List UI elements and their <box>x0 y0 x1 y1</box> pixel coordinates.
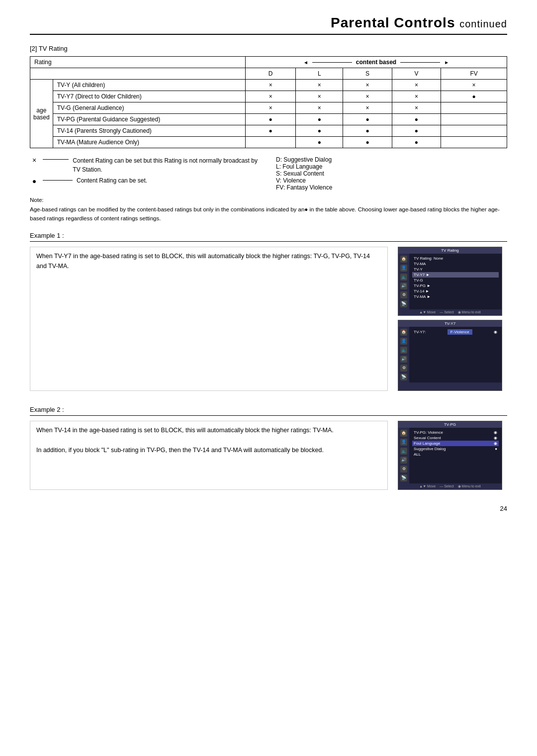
tv-pg-icon-6: 📡 <box>400 474 407 481</box>
legend-x-item: × Content Rating can be set but this Rat… <box>30 156 261 174</box>
tv-sidebar-1: 🏠 👤 📺 🔊 ⚙ 📡 <box>398 254 409 309</box>
table-row: TV-14 (Parents Strongly Cautioned) ●●●● <box>30 125 507 137</box>
tv-rating-screen-title: TV Rating <box>398 247 502 254</box>
d-label: D: Suggestive Dialog <box>276 156 507 163</box>
pg-violence-label: TV-PG: Violence <box>414 430 443 435</box>
tv-rating-none: TV Rating: None <box>412 256 499 261</box>
tv-pg-move-label: ▲▼ Move <box>419 484 436 488</box>
tv-footer-pg: ▲▼ Move — Select ◉ Menu to exit <box>398 483 502 489</box>
s-label: S: Sexual Content <box>276 170 507 177</box>
tv-icon-5: ⚙ <box>400 291 407 298</box>
tv-pg-violence: TV-PG: Violence ◉ <box>412 430 499 435</box>
page-title: Parental Controls continued <box>30 15 507 31</box>
x-symbol: × <box>30 156 39 164</box>
note-section: Note: Age-based ratings can be modified … <box>30 196 507 223</box>
tv-y7-label: TV-Y7: <box>414 330 426 334</box>
section-title: [2] TV Rating <box>30 45 507 52</box>
note-text: Age-based ratings can be modified by the… <box>30 206 500 221</box>
example2-content: When TV-14 in the age-based rating is se… <box>30 421 507 490</box>
tv-y7-icon-4: 🔊 <box>400 356 407 363</box>
pg-foul-radio: ◉ <box>494 441 497 446</box>
table-row: TV-G (General Audience) ×××× <box>30 102 507 114</box>
pg-sexual-radio: ◉ <box>494 436 497 440</box>
tv-pg-icon-4: 🔊 <box>400 457 407 464</box>
tv-pg-menu-label: ◉ Menu to exit <box>458 484 481 488</box>
tv-pg-icon-2: 👤 <box>400 439 407 446</box>
example2-text1: When TV-14 in the age-based rating is se… <box>36 427 334 434</box>
pg-sexual-label: Sexual Content <box>414 436 441 440</box>
pg-foul-label: Foul Language <box>414 441 440 446</box>
tv-pg-content: TV-PG: Violence ◉ Sexual Content ◉ Foul … <box>409 428 502 483</box>
table-row: TV-MA (Mature Audience Only) ●●● <box>30 137 507 148</box>
tv-icon-1: 🏠 <box>400 256 407 263</box>
tv-rating-g: TV-G <box>412 278 499 283</box>
tv-icon-2: 👤 <box>400 265 407 272</box>
tv-pg-icon-1: 🏠 <box>400 430 407 437</box>
tv-pg-select-label: — Select <box>440 484 453 488</box>
rating-table: Rating content based D L S V <box>30 56 507 148</box>
pg-suggestive-label: Suggestive Dialog <box>414 447 446 451</box>
tv-y7-screen-title: TV-Y7 <box>398 320 502 327</box>
tv-rating-y7: TV-Y7 ► <box>412 272 499 278</box>
tv-pg-screen-body: 🏠 👤 📺 🔊 ⚙ 📡 TV-PG: Violence ◉ Se <box>398 428 502 483</box>
content-based-label: content based <box>356 59 396 66</box>
tv-select-label: — Select <box>440 310 453 314</box>
tv-pg-screen-title: TV-PG <box>398 421 502 428</box>
tv-y7-screen-body: 🏠 👤 📺 🔊 ⚙ 📡 TV-Y7: F-Violence ◉ <box>398 327 502 382</box>
content-based-header: content based <box>248 59 505 66</box>
tv-icon-6: 📡 <box>400 300 407 307</box>
tv-pg-icon-5: ⚙ <box>400 466 407 472</box>
tv-icon-4: 🔊 <box>400 283 407 289</box>
page-header: Parental Controls continued <box>30 15 507 35</box>
tv-pg-foul: Foul Language ◉ <box>412 441 499 446</box>
table-row: TV-PG (Parental Guidance Suggested) ●●●● <box>30 114 507 125</box>
tv-menu-label: ◉ Menu to exit <box>458 310 481 314</box>
tv-pg-all: ALL <box>412 452 499 457</box>
tv-footer-1: ▲▼ Move — Select ◉ Menu to exit <box>398 309 502 315</box>
tv-rating-y: TV-Y <box>412 267 499 272</box>
fv-label: FV: Fantasy Violence <box>276 184 507 191</box>
l-label: L: Foul Language <box>276 163 507 170</box>
tv-pg-suggestive: Suggestive Dialog ● <box>412 446 499 452</box>
rating-table-wrapper: Rating content based D L S V <box>30 56 507 148</box>
tv-y7-content: TV-Y7: F-Violence ◉ <box>409 327 502 382</box>
v-label: V: Violence <box>276 177 507 184</box>
tv-y7-icon-6: 📡 <box>400 374 407 380</box>
tv-pg-sexual: Sexual Content ◉ <box>412 435 499 441</box>
page-number: 24 <box>30 505 507 512</box>
example1-text: When TV-Y7 in the age-based rating is se… <box>30 247 388 391</box>
tv-sidebar-2: 🏠 👤 📺 🔊 ⚙ 📡 <box>398 327 409 382</box>
pg-violence-radio: ◉ <box>494 430 497 435</box>
legend-section: × Content Rating can be set but this Rat… <box>30 156 507 191</box>
tv-screen-pg: TV-PG 🏠 👤 📺 🔊 ⚙ 📡 TV-PG: Violence ◉ <box>398 421 502 490</box>
example2-screens: TV-PG 🏠 👤 📺 🔊 ⚙ 📡 TV-PG: Violence ◉ <box>398 421 507 490</box>
tv-screen-2: TV-Y7 🏠 👤 📺 🔊 ⚙ 📡 TV-Y7: F-Violence <box>398 320 502 391</box>
tv-pg-icon-3: 📺 <box>400 448 407 455</box>
tv-y7-value: F-Violence <box>448 329 472 335</box>
rating-label: Rating <box>34 59 52 66</box>
tv-y7-item: TV-Y7: F-Violence ◉ <box>412 329 499 335</box>
legend-dot-item: ● Content Rating can be set. <box>30 177 261 185</box>
legend-left: × Content Rating can be set but this Rat… <box>30 156 261 191</box>
tv-rating-ma2: TV-MA ► <box>412 294 499 299</box>
tv-y7-icon-2: 👤 <box>400 338 407 345</box>
tv-move-label: ▲▼ Move <box>419 310 436 314</box>
note-label: Note: <box>30 196 507 204</box>
tv-rating-content: TV Rating: None TV-MA TV-Y TV-Y7 ► TV-G … <box>409 254 502 309</box>
table-row: agebased TV-Y (All children) ××××× <box>30 80 507 91</box>
tv-footer-2 <box>398 382 502 390</box>
pg-all-label: ALL <box>414 452 421 457</box>
arrow-left-icon <box>303 59 308 66</box>
tv-y7-icon-1: 🏠 <box>400 329 407 336</box>
tv-rating-screen-body: 🏠 👤 📺 🔊 ⚙ 📡 TV Rating: None TV-MA TV-Y T… <box>398 254 502 309</box>
dot-symbol: ● <box>30 177 39 185</box>
tv-screen-1: TV Rating 🏠 👤 📺 🔊 ⚙ 📡 TV Rating: None TV… <box>398 247 502 316</box>
example2-title: Example 2 : <box>30 406 507 416</box>
h-line-right <box>400 62 440 63</box>
example1-content: When TV-Y7 in the age-based rating is se… <box>30 247 507 391</box>
example2-text2: In addition, if you block "L" sub-rating… <box>36 447 324 454</box>
tv-rating-pg: TV-PG ► <box>412 283 499 288</box>
tv-y7-icon-3: 📺 <box>400 347 407 354</box>
legend-right: D: Suggestive Dialog L: Foul Language S:… <box>276 156 507 191</box>
arrow-right-icon <box>444 59 449 66</box>
